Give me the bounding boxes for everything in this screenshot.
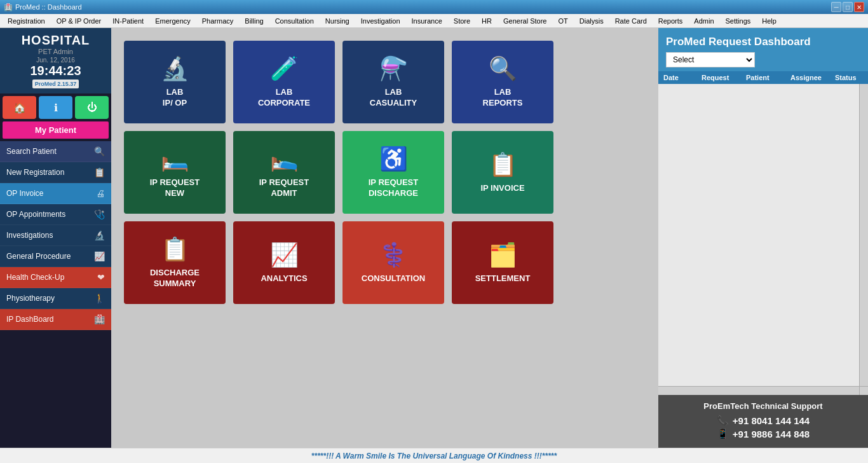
menubar: RegistrationOP & IP OrderIN-PatientEmerg… (0, 14, 868, 28)
menu-item-help[interactable]: Help (757, 16, 782, 26)
home-button[interactable]: 🏠 (3, 96, 36, 119)
tile-icon-lab-reports: 🔍 (489, 55, 517, 82)
menu-item-investigation[interactable]: Investigation (356, 16, 405, 26)
tile-label-consultation: CONSULTATION (362, 273, 425, 284)
tile-icon-lab-ip-op: 🔬 (161, 55, 189, 82)
tile-icon-lab-casuality: ⚗️ (379, 55, 408, 82)
tile-ip-invoice[interactable]: 📋 IP INVOICE (452, 131, 553, 214)
nav-icon: 📋 (94, 167, 105, 177)
hospital-date: Jun. 12, 2016 (3, 57, 109, 64)
nav-label: Physiotherapy (6, 294, 55, 303)
menu-item-reports[interactable]: Reports (653, 16, 688, 26)
horizontal-scrollbar[interactable] (658, 387, 859, 395)
tile-label-settlement: SETTLEMENT (475, 273, 531, 284)
menu-item-billing[interactable]: Billing (240, 16, 268, 26)
support-phone2: 📱 +91 9886 144 848 (665, 428, 862, 439)
col-patient: Patient (746, 74, 790, 81)
sidebar-nav-general-procedure[interactable]: General Procedure📈 (0, 246, 111, 267)
menu-item-registration[interactable]: Registration (3, 16, 50, 26)
sidebar-nav-physiotherapy[interactable]: Physiotherapy🚶 (0, 288, 111, 309)
menu-item-store[interactable]: Store (449, 16, 475, 26)
menu-item-settings[interactable]: Settings (721, 16, 756, 26)
mobile-icon: 📱 (717, 428, 729, 439)
menu-item-admin[interactable]: Admin (689, 16, 719, 26)
phone1-number: +91 8041 144 144 (733, 415, 810, 426)
sidebar-nav-search-patient[interactable]: Search Patient🔍 (0, 141, 111, 162)
menu-item-insurance[interactable]: Insurance (407, 16, 447, 26)
nav-label: IP DashBoard (6, 315, 54, 324)
menu-item-ratecard[interactable]: Rate Card (610, 16, 652, 26)
sidebar-nav-health-check-up[interactable]: Health Check-Up❤ (0, 267, 111, 288)
tile-ip-req-discharge[interactable]: ♿ IP REQUESTDISCHARGE (342, 131, 444, 214)
app-icon: 🏥 (4, 3, 13, 11)
minimize-button[interactable]: ─ (831, 2, 841, 12)
hospital-admin: PET Admin (3, 48, 109, 55)
titlebar: 🏥 ProMed :: Dashboard ─ □ ✕ (0, 0, 868, 14)
tile-label-lab-reports: LABREPORTS (483, 87, 523, 109)
tile-lab-ip-op[interactable]: 🔬 LABIP/ OP (124, 41, 226, 123)
request-select[interactable]: Select (666, 52, 755, 67)
nav-label: Investigations (6, 231, 53, 240)
info-button[interactable]: ℹ (39, 96, 72, 119)
menu-item-opiporder[interactable]: OP & IP Order (51, 16, 107, 26)
promed-version: ProMed 2.15.37 (32, 79, 79, 88)
menu-item-dialysis[interactable]: Dialysis (574, 16, 609, 26)
tile-label-lab-casuality: LABCASUALITY (370, 87, 417, 109)
nav-icon: 📈 (94, 251, 105, 261)
tile-lab-casuality[interactable]: ⚗️ LABCASUALITY (342, 41, 444, 123)
support-phone1: 📞 +91 8041 144 144 (665, 415, 862, 426)
col-date: Date (663, 74, 702, 81)
col-assignee: Assignee (790, 74, 835, 81)
statusbar: *****!!! A Warm Smile Is The Universal L… (0, 448, 868, 463)
horizontal-scrollbar-row (658, 386, 868, 395)
tile-label-lab-ip-op: LABIP/ OP (163, 87, 187, 109)
request-scrollbar-area (658, 84, 868, 386)
phone-icon: 📞 (717, 415, 729, 426)
menu-item-emergency[interactable]: Emergency (150, 16, 196, 26)
tile-label-ip-invoice: IP INVOICE (480, 183, 524, 194)
request-dashboard: ProMed Request Dashboard Select Date Req… (658, 28, 868, 395)
tile-ip-req-admit[interactable]: 🛌 IP REQUESTADMIT (233, 131, 335, 214)
tile-label-analytics: ANALYTICS (261, 273, 307, 284)
col-status: Status (835, 74, 867, 81)
sidebar-nav-new-registration[interactable]: New Registration📋 (0, 162, 111, 183)
promed-logo: ProMed 2.15.37 (3, 79, 109, 88)
tile-analytics[interactable]: 📈 ANALYTICS (233, 221, 335, 304)
scrollbar-corner (859, 387, 868, 395)
support-title: ProEmTech Technical Support (665, 401, 862, 411)
maximize-button[interactable]: □ (843, 2, 853, 12)
nav-icon: 🖨 (96, 188, 105, 198)
request-table-header: Date Request Patient Assignee Status (658, 71, 868, 84)
menu-item-nursing[interactable]: Nursing (320, 16, 355, 26)
titlebar-text: ProMed :: Dashboard (15, 3, 82, 11)
tile-consultation[interactable]: ⚕️ CONSULTATION (342, 221, 444, 304)
main-content: 🔬 LABIP/ OP 🧪 LABCORPORATE ⚗️ LABCASUALI… (111, 28, 658, 448)
sidebar: HOSPITAL PET Admin Jun. 12, 2016 19:44:2… (0, 28, 111, 448)
phone2-number: +91 9886 144 848 (733, 429, 810, 439)
menu-item-inpatient[interactable]: IN-Patient (107, 16, 149, 26)
tile-ip-req-new[interactable]: 🛏️ IP REQUESTNEW (124, 131, 226, 214)
support-box: ProEmTech Technical Support 📞 +91 8041 1… (658, 395, 868, 448)
menu-item-generalstore[interactable]: General Store (498, 16, 552, 26)
sidebar-nav-op-appointments[interactable]: OP Appointments🩺 (0, 204, 111, 225)
power-button[interactable]: ⏻ (75, 96, 109, 119)
tile-lab-reports[interactable]: 🔍 LABREPORTS (452, 41, 553, 123)
request-title: ProMed Request Dashboard (666, 36, 860, 48)
vertical-scrollbar[interactable] (859, 84, 868, 386)
titlebar-title: 🏥 ProMed :: Dashboard (4, 3, 82, 11)
sidebar-nav-op-invoice[interactable]: OP Invoice🖨 (0, 183, 111, 204)
close-button[interactable]: ✕ (854, 2, 864, 12)
tile-discharge-summary[interactable]: 📋 DISCHARGESUMMARY (124, 221, 226, 304)
tile-lab-corporate[interactable]: 🧪 LABCORPORATE (233, 41, 335, 123)
tile-icon-settlement: 🗂️ (489, 242, 517, 268)
tile-icon-consultation: ⚕️ (379, 242, 408, 268)
menu-item-pharmacy[interactable]: Pharmacy (197, 16, 239, 26)
menu-item-ot[interactable]: OT (553, 16, 573, 26)
tile-settlement[interactable]: 🗂️ SETTLEMENT (452, 221, 553, 304)
tile-icon-ip-req-discharge: ♿ (379, 146, 408, 172)
sidebar-nav-investigations[interactable]: Investigations🔬 (0, 225, 111, 246)
menu-item-hr[interactable]: HR (477, 16, 497, 26)
sidebar-nav-ip-dashboard[interactable]: IP DashBoard🏥 (0, 309, 111, 330)
my-patient-button[interactable]: My Patient (3, 121, 109, 139)
menu-item-consultation[interactable]: Consultation (270, 16, 319, 26)
